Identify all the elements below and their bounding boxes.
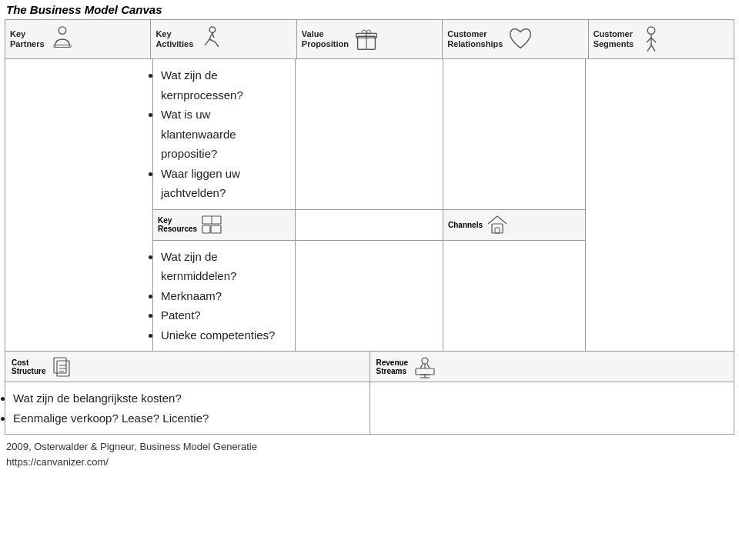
heart-icon: [506, 25, 535, 54]
sub-icon-row: KeyResources Channels: [153, 210, 586, 241]
gift-icon: [352, 25, 381, 54]
middle-bottom-row: Wat zijn de kernmiddelen? Merknaam? Pate…: [153, 241, 586, 352]
page-title: The Business Model Canvas: [0, 0, 739, 19]
svg-rect-1: [53, 45, 71, 48]
footer-line2: https://canvanizer.com/: [6, 455, 733, 470]
boxes-icon: [200, 213, 223, 236]
list-item: Waar liggen uw jachtvelden?: [161, 164, 287, 203]
customer-segments-label: CustomerSegments: [594, 29, 634, 49]
key-activities-label: KeyActivities: [155, 29, 193, 49]
svg-rect-7: [202, 225, 210, 233]
bottom-content-row: Wat zijn de belangrijkste kosten? Eenmal…: [5, 382, 734, 434]
person-stand-icon: [637, 25, 666, 54]
icon-cell-cost-structure: CostStructure: [5, 352, 370, 382]
list-item: Wat zijn de kernprocessen?: [161, 65, 287, 105]
list-item: Wat zijn de kernmiddelen?: [161, 247, 287, 286]
svg-rect-8: [211, 225, 221, 233]
svg-rect-19: [416, 368, 434, 375]
icon-cell-value-proposition: ValueProposition: [297, 20, 443, 58]
icon-cell-channels: Channels: [443, 210, 586, 240]
list-item: Unieke competenties?: [161, 325, 287, 345]
vp-sub-icon-empty: [296, 210, 443, 240]
house-icon: [486, 213, 509, 236]
revenue-streams-label: RevenueStreams: [376, 358, 409, 375]
person-computer-icon: [413, 355, 437, 379]
person-desk-icon: [48, 25, 77, 54]
key-resources-content: Wat zijn de kernmiddelen? Merknaam? Pate…: [153, 241, 296, 352]
svg-rect-11: [492, 224, 503, 233]
svg-point-6: [647, 27, 655, 35]
list-item: Merknaam?: [161, 286, 287, 306]
revenue-streams-content: [370, 382, 734, 434]
key-partners-label: KeyPartners: [10, 29, 45, 49]
value-proposition-label: ValueProposition: [302, 29, 349, 49]
icon-cell-customer-segments: CustomerSegments: [589, 20, 734, 58]
value-proposition-content: [296, 59, 443, 209]
runner-icon: [196, 25, 226, 54]
list-item: Wat zijn de belangrijkste kosten?: [13, 388, 362, 408]
middle-top-row: Wat zijn de kernprocessen? Wat is uw kla…: [153, 59, 586, 210]
main-rows-area: Wat zijn de kernprocessen? Wat is uw kla…: [5, 59, 734, 352]
svg-point-0: [59, 27, 66, 35]
svg-point-18: [422, 358, 428, 364]
key-resources-label: KeyResources: [158, 216, 197, 233]
cost-structure-content: Wat zijn de belangrijkste kosten? Eenmal…: [5, 382, 370, 434]
icon-cell-key-partners: KeyPartners: [5, 20, 151, 58]
bottom-icon-row: CostStructure RevenueStreams: [5, 352, 734, 382]
key-activities-content: Wat zijn de kernprocessen? Wat is uw kla…: [153, 59, 296, 209]
customer-relationships-label: CustomerRelationships: [447, 29, 503, 49]
channels-label: Channels: [448, 221, 483, 229]
customer-segments-content: [586, 59, 734, 351]
icon-cell-revenue-streams: RevenueStreams: [370, 352, 734, 382]
key-partners-content: [5, 59, 153, 351]
icon-cell-key-activities: KeyActivities: [151, 20, 296, 58]
cost-structure-label: CostStructure: [12, 358, 45, 375]
list-item: Patent?: [161, 305, 287, 325]
icon-cell-customer-relationships: CustomerRelationships: [443, 20, 588, 58]
value-proposition-content-bottom: [296, 241, 443, 352]
svg-line-21: [427, 364, 430, 368]
customer-relationships-content: [443, 59, 586, 209]
papers-icon: [50, 355, 75, 379]
footer: 2009, Osterwalder & Pigneur, Business Mo…: [0, 435, 739, 471]
svg-point-2: [209, 27, 216, 33]
list-item: Eenmalige verkoop? Lease? Licentie?: [13, 408, 362, 428]
canvas: KeyPartners KeyActivities ValuePropositi…: [5, 19, 734, 435]
list-item: Wat is uw klantenwaarde propositie?: [161, 105, 287, 164]
svg-rect-12: [495, 228, 500, 233]
middle-columns: Wat zijn de kernprocessen? Wat is uw kla…: [153, 59, 586, 351]
svg-line-20: [420, 364, 423, 368]
top-icon-row: KeyPartners KeyActivities ValuePropositi…: [5, 20, 734, 59]
footer-line1: 2009, Osterwalder & Pigneur, Business Mo…: [6, 439, 733, 455]
icon-cell-key-resources: KeyResources: [153, 210, 296, 240]
channels-content: [443, 241, 586, 352]
